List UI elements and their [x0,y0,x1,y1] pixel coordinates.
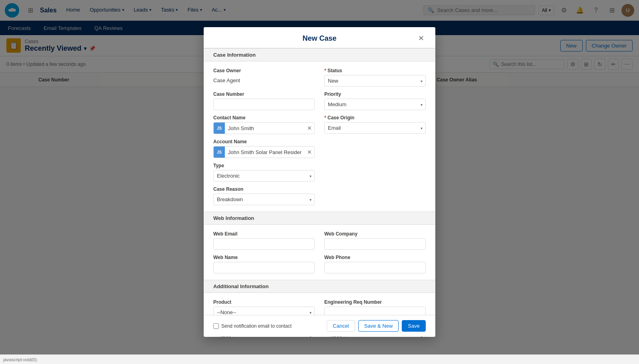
status-label: Status [324,68,426,73]
status-select[interactable]: New Working Escalated Closed [324,75,426,87]
new-case-modal: New Case ✕ Case Information Case Owner C… [204,27,435,87]
modal-title: New Case [223,34,416,43]
case-information-header: Case Information [204,48,435,61]
case-owner-value: Case Agent [213,75,315,86]
modal-close-button[interactable]: ✕ [416,34,426,43]
modal-body: Case Information Case Owner Case Agent S… [204,48,435,87]
modal-overlay[interactable]: New Case ✕ Case Information Case Owner C… [0,0,639,87]
case-owner-group: Case Owner Case Agent [213,68,315,87]
status-group: Status New Working Escalated Closed ▾ [324,68,426,87]
case-owner-label: Case Owner [213,68,315,73]
case-information-section: Case Information Case Owner Case Agent S… [204,48,435,87]
modal-header: New Case ✕ [204,27,435,48]
